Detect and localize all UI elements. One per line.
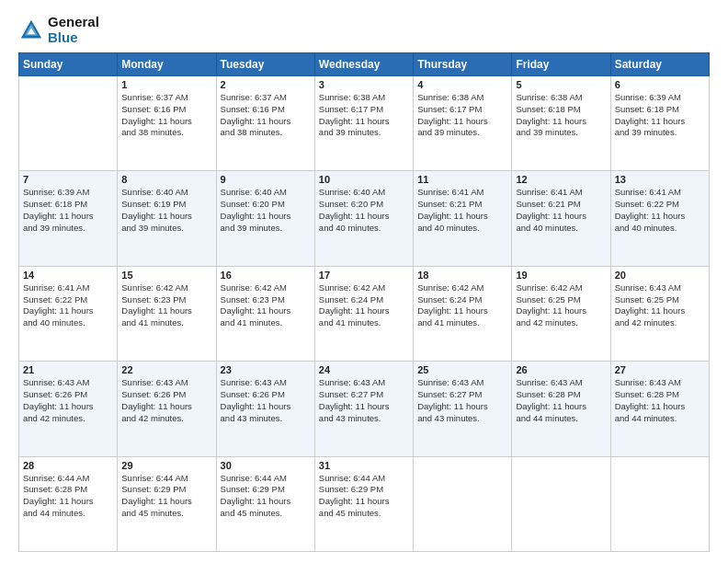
calendar-cell: 31Sunrise: 6:44 AM Sunset: 6:29 PM Dayli… <box>314 456 413 551</box>
day-info: Sunrise: 6:42 AM Sunset: 6:25 PM Dayligh… <box>516 282 606 329</box>
calendar-cell: 26Sunrise: 6:43 AM Sunset: 6:28 PM Dayli… <box>512 362 610 456</box>
day-info: Sunrise: 6:38 AM Sunset: 6:18 PM Dayligh… <box>516 92 606 139</box>
calendar-cell: 6Sunrise: 6:39 AM Sunset: 6:18 PM Daylig… <box>610 76 709 171</box>
day-number: 27 <box>615 364 705 375</box>
calendar-cell: 15Sunrise: 6:42 AM Sunset: 6:23 PM Dayli… <box>118 266 216 361</box>
day-info: Sunrise: 6:40 AM Sunset: 6:20 PM Dayligh… <box>319 187 409 234</box>
calendar-table: SundayMondayTuesdayWednesdayThursdayFrid… <box>18 52 710 552</box>
day-number: 30 <box>221 460 311 471</box>
calendar-header-row: SundayMondayTuesdayWednesdayThursdayFrid… <box>19 53 710 76</box>
calendar-week-row: 21Sunrise: 6:43 AM Sunset: 6:26 PM Dayli… <box>19 362 710 456</box>
calendar-header-saturday: Saturday <box>610 53 709 76</box>
header: General Blue <box>18 15 710 45</box>
calendar-cell: 7Sunrise: 6:39 AM Sunset: 6:18 PM Daylig… <box>19 171 118 266</box>
day-info: Sunrise: 6:44 AM Sunset: 6:29 PM Dayligh… <box>221 473 311 520</box>
day-info: Sunrise: 6:43 AM Sunset: 6:26 PM Dayligh… <box>221 377 311 424</box>
logo: General Blue <box>18 15 99 45</box>
day-info: Sunrise: 6:43 AM Sunset: 6:28 PM Dayligh… <box>516 377 606 424</box>
calendar-cell: 17Sunrise: 6:42 AM Sunset: 6:24 PM Dayli… <box>314 266 413 361</box>
calendar-cell: 14Sunrise: 6:41 AM Sunset: 6:22 PM Dayli… <box>19 266 118 361</box>
day-number: 10 <box>319 174 409 185</box>
calendar-cell: 11Sunrise: 6:41 AM Sunset: 6:21 PM Dayli… <box>414 171 512 266</box>
day-number: 14 <box>23 270 113 281</box>
calendar-cell: 4Sunrise: 6:38 AM Sunset: 6:17 PM Daylig… <box>414 76 512 171</box>
calendar-cell: 2Sunrise: 6:37 AM Sunset: 6:16 PM Daylig… <box>216 76 314 171</box>
day-number: 17 <box>319 270 409 281</box>
calendar-week-row: 1Sunrise: 6:37 AM Sunset: 6:16 PM Daylig… <box>19 76 710 171</box>
day-info: Sunrise: 6:37 AM Sunset: 6:16 PM Dayligh… <box>221 92 311 139</box>
calendar-cell: 23Sunrise: 6:43 AM Sunset: 6:26 PM Dayli… <box>216 362 314 456</box>
page: General Blue SundayMondayTuesdayWednesda… <box>0 0 728 563</box>
day-info: Sunrise: 6:40 AM Sunset: 6:20 PM Dayligh… <box>221 187 311 234</box>
calendar-cell: 1Sunrise: 6:37 AM Sunset: 6:16 PM Daylig… <box>118 76 216 171</box>
day-info: Sunrise: 6:42 AM Sunset: 6:23 PM Dayligh… <box>221 282 311 329</box>
calendar-cell <box>19 76 118 171</box>
calendar-cell: 27Sunrise: 6:43 AM Sunset: 6:28 PM Dayli… <box>610 362 709 456</box>
day-info: Sunrise: 6:41 AM Sunset: 6:21 PM Dayligh… <box>417 187 507 234</box>
calendar-cell: 19Sunrise: 6:42 AM Sunset: 6:25 PM Dayli… <box>512 266 610 361</box>
day-number: 29 <box>121 460 211 471</box>
day-number: 3 <box>319 79 409 90</box>
calendar-cell: 8Sunrise: 6:40 AM Sunset: 6:19 PM Daylig… <box>118 171 216 266</box>
day-number: 6 <box>615 79 705 90</box>
day-info: Sunrise: 6:41 AM Sunset: 6:22 PM Dayligh… <box>23 282 113 329</box>
day-number: 28 <box>23 460 113 471</box>
day-number: 8 <box>121 174 211 185</box>
day-number: 23 <box>221 364 311 375</box>
day-info: Sunrise: 6:43 AM Sunset: 6:27 PM Dayligh… <box>319 377 409 424</box>
day-number: 13 <box>615 174 705 185</box>
day-number: 7 <box>23 174 113 185</box>
day-info: Sunrise: 6:44 AM Sunset: 6:28 PM Dayligh… <box>23 473 113 520</box>
day-number: 4 <box>417 79 507 90</box>
day-info: Sunrise: 6:42 AM Sunset: 6:24 PM Dayligh… <box>417 282 507 329</box>
day-number: 1 <box>121 79 211 90</box>
calendar-cell <box>414 456 512 551</box>
day-info: Sunrise: 6:38 AM Sunset: 6:17 PM Dayligh… <box>319 92 409 139</box>
day-number: 5 <box>516 79 606 90</box>
day-number: 25 <box>417 364 507 375</box>
calendar-cell: 25Sunrise: 6:43 AM Sunset: 6:27 PM Dayli… <box>414 362 512 456</box>
calendar-week-row: 14Sunrise: 6:41 AM Sunset: 6:22 PM Dayli… <box>19 266 710 361</box>
calendar-week-row: 28Sunrise: 6:44 AM Sunset: 6:28 PM Dayli… <box>19 456 710 551</box>
day-info: Sunrise: 6:43 AM Sunset: 6:28 PM Dayligh… <box>615 377 705 424</box>
day-info: Sunrise: 6:44 AM Sunset: 6:29 PM Dayligh… <box>319 473 409 520</box>
day-info: Sunrise: 6:41 AM Sunset: 6:21 PM Dayligh… <box>516 187 606 234</box>
calendar-header-tuesday: Tuesday <box>216 53 314 76</box>
day-info: Sunrise: 6:44 AM Sunset: 6:29 PM Dayligh… <box>121 473 211 520</box>
day-number: 26 <box>516 364 606 375</box>
calendar-cell: 5Sunrise: 6:38 AM Sunset: 6:18 PM Daylig… <box>512 76 610 171</box>
calendar-cell: 13Sunrise: 6:41 AM Sunset: 6:22 PM Dayli… <box>610 171 709 266</box>
calendar-cell: 21Sunrise: 6:43 AM Sunset: 6:26 PM Dayli… <box>19 362 118 456</box>
calendar-cell: 30Sunrise: 6:44 AM Sunset: 6:29 PM Dayli… <box>216 456 314 551</box>
day-info: Sunrise: 6:43 AM Sunset: 6:26 PM Dayligh… <box>23 377 113 424</box>
calendar-cell: 22Sunrise: 6:43 AM Sunset: 6:26 PM Dayli… <box>118 362 216 456</box>
day-number: 19 <box>516 270 606 281</box>
day-number: 12 <box>516 174 606 185</box>
calendar-cell: 16Sunrise: 6:42 AM Sunset: 6:23 PM Dayli… <box>216 266 314 361</box>
day-info: Sunrise: 6:40 AM Sunset: 6:19 PM Dayligh… <box>121 187 211 234</box>
calendar-cell: 3Sunrise: 6:38 AM Sunset: 6:17 PM Daylig… <box>314 76 413 171</box>
day-info: Sunrise: 6:43 AM Sunset: 6:27 PM Dayligh… <box>417 377 507 424</box>
day-info: Sunrise: 6:39 AM Sunset: 6:18 PM Dayligh… <box>615 92 705 139</box>
day-number: 9 <box>221 174 311 185</box>
day-info: Sunrise: 6:37 AM Sunset: 6:16 PM Dayligh… <box>121 92 211 139</box>
day-number: 20 <box>615 270 705 281</box>
day-number: 21 <box>23 364 113 375</box>
calendar-header-monday: Monday <box>118 53 216 76</box>
calendar-cell: 24Sunrise: 6:43 AM Sunset: 6:27 PM Dayli… <box>314 362 413 456</box>
day-info: Sunrise: 6:42 AM Sunset: 6:24 PM Dayligh… <box>319 282 409 329</box>
calendar-header-friday: Friday <box>512 53 610 76</box>
calendar-cell: 9Sunrise: 6:40 AM Sunset: 6:20 PM Daylig… <box>216 171 314 266</box>
calendar-cell: 10Sunrise: 6:40 AM Sunset: 6:20 PM Dayli… <box>314 171 413 266</box>
calendar-cell: 28Sunrise: 6:44 AM Sunset: 6:28 PM Dayli… <box>19 456 118 551</box>
logo-text: General Blue <box>48 15 99 45</box>
day-number: 31 <box>319 460 409 471</box>
day-number: 15 <box>121 270 211 281</box>
day-number: 24 <box>319 364 409 375</box>
calendar-cell: 29Sunrise: 6:44 AM Sunset: 6:29 PM Dayli… <box>118 456 216 551</box>
day-info: Sunrise: 6:39 AM Sunset: 6:18 PM Dayligh… <box>23 187 113 234</box>
calendar-cell: 20Sunrise: 6:43 AM Sunset: 6:25 PM Dayli… <box>610 266 709 361</box>
logo-icon <box>18 17 44 43</box>
day-info: Sunrise: 6:38 AM Sunset: 6:17 PM Dayligh… <box>417 92 507 139</box>
day-info: Sunrise: 6:42 AM Sunset: 6:23 PM Dayligh… <box>121 282 211 329</box>
